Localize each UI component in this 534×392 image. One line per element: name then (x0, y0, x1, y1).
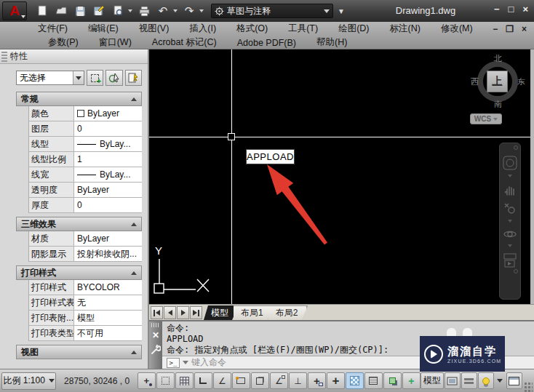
viewcube-east[interactable]: 东 (517, 76, 525, 87)
chevron-down-icon[interactable] (128, 9, 132, 12)
new-file-button[interactable] (35, 4, 49, 18)
viewcube-north[interactable]: 北 (494, 53, 502, 64)
undo-button[interactable]: ↶ (156, 4, 170, 18)
ortho-mode-toggle[interactable] (194, 372, 212, 389)
annotation-visibility-button[interactable] (478, 372, 494, 389)
pan-hand-icon[interactable] (503, 183, 517, 196)
section-plot-style-header[interactable]: 打印样式 (16, 265, 142, 280)
menu-edit[interactable]: 编辑(E) (78, 23, 129, 35)
redo-button[interactable]: ↷ (182, 4, 196, 18)
property-row-plot-style-table[interactable]: 打印样式表 无 (29, 295, 142, 311)
quick-properties-toggle[interactable] (364, 372, 383, 389)
property-row-shadow-display[interactable]: 阴影显示 投射和接收阴... (29, 247, 142, 262)
chevron-down-icon[interactable] (183, 361, 188, 364)
3d-object-snap-toggle[interactable] (251, 372, 269, 389)
selection-cycling-toggle[interactable] (383, 372, 402, 389)
doc-minimize-button[interactable]: − (493, 24, 498, 34)
viewcube-south[interactable]: 南 (494, 99, 502, 110)
chevron-down-icon[interactable] (173, 9, 178, 12)
grip-dots[interactable] (151, 323, 160, 327)
transparency-toggle[interactable] (346, 372, 364, 389)
plot-preview-button[interactable] (111, 4, 125, 18)
tab-layout2[interactable]: 布局2 (268, 305, 308, 320)
menu-modify[interactable]: 修改(M) (431, 23, 483, 35)
orbit-icon[interactable] (503, 228, 517, 240)
property-row-color[interactable]: 颜色 ByLayer (29, 106, 142, 121)
previous-tab-button[interactable] (164, 306, 176, 319)
snap-mode-toggle[interactable] (156, 372, 175, 389)
grid-display-toggle[interactable] (175, 372, 194, 389)
navbar-handle-icon[interactable] (514, 269, 518, 273)
workspace-dropdown[interactable]: 草图与注释 (211, 4, 333, 18)
dynamic-ucs-toggle[interactable]: ⊥ (289, 372, 307, 389)
quick-view-layouts-button[interactable] (445, 372, 461, 389)
menu-insert[interactable]: 插入(I) (179, 23, 226, 35)
property-row-plot-table-attached[interactable]: 打印表附... 模型 (29, 311, 142, 326)
lineweight-toggle[interactable]: + (327, 372, 345, 389)
property-row-transparency[interactable]: 透明度 ByLayer (29, 183, 142, 198)
save-button[interactable] (73, 4, 87, 18)
property-row-material[interactable]: 材质 ByLayer (29, 231, 142, 247)
chevron-down-icon[interactable] (508, 175, 512, 177)
chevron-down-icon[interactable] (199, 9, 204, 12)
menu-file[interactable]: 文件(F) (28, 23, 78, 35)
drawing-canvas[interactable]: APPLOAD 北 南 西 东 上 WCS Y (149, 49, 534, 304)
navbar-handle-icon[interactable] (514, 145, 518, 150)
wrench-icon[interactable] (151, 345, 161, 355)
property-row-linetype[interactable]: 线型 ByLay... (29, 137, 142, 152)
steering-wheel-icon[interactable] (503, 156, 517, 170)
property-row-thickness[interactable]: 厚度 0 (29, 198, 142, 213)
showmotion-icon[interactable] (503, 253, 517, 268)
object-snap-tracking-toggle[interactable]: ∠ (270, 372, 288, 389)
collapse-arrow-icon[interactable] (131, 223, 137, 226)
viewcube-west[interactable]: 西 (471, 76, 479, 87)
first-tab-button[interactable] (151, 306, 163, 319)
menu-adobe-pdf[interactable]: Adobe PDF(B) (227, 38, 306, 48)
tab-layout1[interactable]: 布局1 (234, 305, 274, 320)
maximize-button[interactable]: □ (509, 3, 514, 16)
viewcube-top-face[interactable]: 上 (487, 71, 508, 92)
menu-window[interactable]: 窗口(W) (89, 36, 142, 49)
toggle-pickadd-button[interactable] (125, 70, 142, 86)
command-window-grip[interactable]: ✕ (149, 321, 162, 369)
annotation-scale-button[interactable]: 比例 1:100 (1, 372, 56, 390)
palette-grip[interactable] (1, 52, 7, 62)
property-row-plot-table-type[interactable]: 打印表类型 不可用 (29, 326, 142, 341)
doc-close-button[interactable]: × (522, 24, 527, 34)
menu-draw[interactable]: 绘图(D) (328, 23, 379, 35)
close-icon[interactable]: ✕ (152, 330, 159, 340)
print-button[interactable] (137, 4, 151, 18)
save-as-button[interactable] (92, 4, 106, 18)
clean-screen-button[interactable] (506, 372, 522, 389)
properties-palette-header[interactable]: 特性 (0, 49, 148, 64)
dynamic-input-toggle[interactable]: + (308, 372, 326, 389)
menu-help[interactable]: 帮助(H) (306, 36, 357, 49)
status-bar-menu-button[interactable] (497, 379, 503, 383)
property-row-layer[interactable]: 图层 0 (29, 121, 142, 137)
property-row-plot-style[interactable]: 打印样式 BYCOLOR (29, 280, 142, 295)
menu-tools[interactable]: 工具(T) (278, 23, 328, 35)
doc-restore-button[interactable]: ❐ (506, 24, 514, 34)
property-row-linetype-scale[interactable]: 线型比例 1 (29, 152, 142, 167)
selection-type-dropdown[interactable]: 无选择 (16, 71, 84, 85)
annotation-monitor-toggle[interactable]: + (402, 372, 421, 389)
section-view-header[interactable]: 视图 (16, 345, 142, 359)
collapse-arrow-icon[interactable] (131, 97, 137, 101)
coordinate-readout[interactable]: 28750, 30246 , 0 (56, 376, 138, 386)
infer-constraints-toggle[interactable]: + (138, 372, 156, 389)
chevron-down-icon[interactable] (508, 220, 512, 223)
menu-view[interactable]: 视图(V) (129, 23, 180, 35)
prompt-icon[interactable]: >_ (167, 358, 180, 368)
last-tab-button[interactable] (190, 306, 202, 319)
section-general-header[interactable]: 常规 (16, 92, 142, 106)
viewcube[interactable]: 北 南 西 东 上 (472, 55, 523, 108)
close-button[interactable]: × (522, 3, 528, 16)
toolbar-overflow-button[interactable]: ▼ (338, 7, 345, 15)
object-snap-toggle[interactable] (232, 372, 250, 389)
wcs-dropdown[interactable]: WCS (470, 113, 502, 124)
resize-grip[interactable] (524, 382, 533, 392)
collapse-arrow-icon[interactable] (131, 271, 137, 275)
model-space-button[interactable]: 模型 (421, 372, 444, 389)
open-file-button[interactable] (54, 4, 68, 18)
minimize-button[interactable]: − (494, 3, 500, 16)
